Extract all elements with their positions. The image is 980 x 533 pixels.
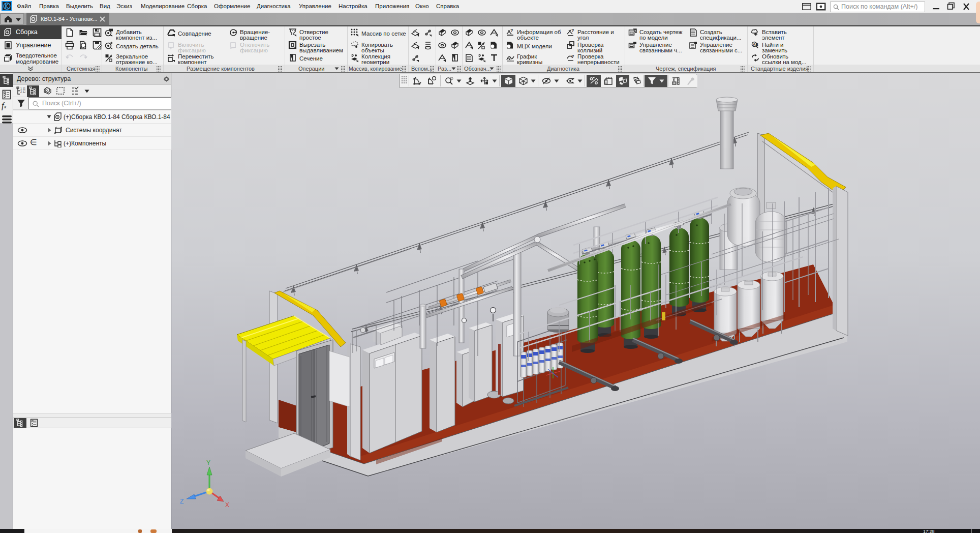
svg-text:?: ? [510, 28, 513, 33]
svg-text:Y: Y [206, 459, 210, 466]
svg-text:?: ? [571, 28, 574, 33]
svg-text:Z: Z [180, 498, 183, 505]
svg-text:2 12: 2 12 [20, 90, 25, 93]
svg-text:AB: AB [753, 42, 758, 47]
svg-text:?: ? [571, 54, 574, 59]
svg-text:X: X [225, 501, 229, 509]
